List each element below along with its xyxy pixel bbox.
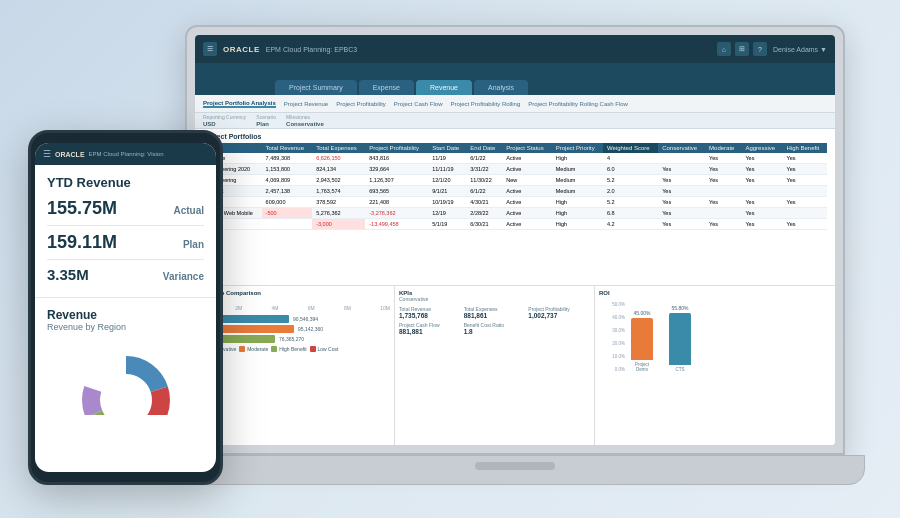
table-row[interactable]: Impact 2,457,138 1,763,574 693,565 9/1/2… [203,186,827,197]
bar-row-moderate: 95,142,360 [199,325,390,333]
col-weighted-score[interactable]: Weighted Score [603,143,658,153]
roi-bar-group-cts: 55.80% CTS [669,305,691,372]
filter-milestones[interactable]: Milestones Conservative [286,114,324,127]
legend-dot-high-benefit [271,346,277,352]
sub-nav: Project Portfolio Analysis Project Reven… [195,95,835,113]
cell-expenses: -3,000 [312,219,365,230]
tab-project-summary[interactable]: Project Summary [275,80,357,95]
kpi-subtitle: Conservative [399,296,590,302]
cell-score: 4.2 [603,219,658,230]
bar-row-conservative: 90,546,394 [199,315,390,323]
cell-revenue [262,219,313,230]
col-total-revenue[interactable]: Total Revenue [262,143,313,153]
cell-end: 2/28/22 [466,208,502,219]
subnav-profitability-rolling[interactable]: Project Profitability Rolling [451,101,521,107]
donut-chart [66,340,186,415]
cell-revenue: 1,153,800 [262,164,313,175]
revenue-heading: Revenue [47,308,204,322]
cell-end: 4/30/21 [466,197,502,208]
cell-profit: -13,499,458 [365,219,428,230]
col-high-benefit[interactable]: High Benefit [783,143,827,153]
cell-status: Active [502,197,551,208]
cell-c [658,153,705,164]
cell-c: Yes [658,197,705,208]
cell-a: Yes [741,175,782,186]
section-title: Project Portfolios [203,133,827,140]
table-row[interactable]: Engineering 2020 1,153,800 824,134 329,6… [203,164,827,175]
cell-revenue: -500 [262,208,313,219]
subnav-project-revenue[interactable]: Project Revenue [284,101,328,107]
tab-analysis[interactable]: Analysis [474,80,528,95]
tab-expense[interactable]: Expense [359,80,414,95]
cell-end: 6/1/22 [466,186,502,197]
roi-section: ROI 50.0% 40.0% 30.0% 20.0% 10.0% 0.0% [595,286,835,445]
subnav-project-profitability[interactable]: Project Profitability [336,101,386,107]
home-icon[interactable]: ⌂ [717,42,731,56]
roi-bar-pct-demo: 45.00% [634,310,651,316]
cell-score: 2.0 [603,186,658,197]
legend-dot-low-cost [310,346,316,352]
col-moderate[interactable]: Moderate [705,143,741,153]
menu-icon[interactable]: ☰ [203,42,217,56]
cell-expenses: 6,626,150 [312,153,365,164]
legend-high-benefit: High Benefit [271,346,306,352]
ytd-plan-value: 159.11M [47,232,117,253]
user-name[interactable]: Denise Adams ▼ [773,46,827,53]
phone-menu-icon[interactable]: ☰ [43,149,51,159]
cell-a: Yes [741,153,782,164]
cell-start: 9/1/21 [428,186,466,197]
help-icon[interactable]: ? [753,42,767,56]
subnav-cash-flow[interactable]: Project Cash Flow [394,101,443,107]
legend-label-low-cost: Low Cost [318,346,339,352]
col-project-profitability[interactable]: Project Profitability [365,143,428,153]
col-conservative[interactable]: Conservative [658,143,705,153]
subnav-profitability-rolling-cf[interactable]: Project Profitability Rolling Cash Flow [528,101,628,107]
cell-score: 6.0 [603,164,658,175]
cell-status: Active [502,219,551,230]
laptop-base [165,455,865,485]
grid-icon[interactable]: ⊞ [735,42,749,56]
scenario-subtitle: Revenue [199,296,390,302]
cell-profit: 329,664 [365,164,428,175]
top-nav: Project Summary Expense Revenue Analysis [195,63,835,95]
filter-currency[interactable]: Reporting Currency USD [203,114,246,127]
cell-revenue: 4,069,809 [262,175,313,186]
cell-a: Yes [741,164,782,175]
cell-score: 6.8 [603,208,658,219]
kpi-total-revenue: Total Revenue 1,735,768 [399,306,461,319]
table-row[interactable]: Engineering 4,069,809 2,943,502 1,126,30… [203,175,827,186]
cell-end: 6/30/21 [466,219,502,230]
cell-expenses: 378,592 [312,197,365,208]
phone-device: ☰ ORACLE EPM Cloud Planning: Vision YTD … [28,130,223,485]
table-row[interactable]: 609,000 378,592 221,408 10/19/19 4/30/21… [203,197,827,208]
col-status[interactable]: Project Status [502,143,551,153]
filter-scenario[interactable]: Scenario Plan [256,114,276,127]
cell-hb: Yes [783,219,827,230]
table-row[interactable]: Digital Web Mobile -500 5,276,362 -3,276… [203,208,827,219]
filter-currency-value: USD [203,121,246,127]
cell-priority: Medium [552,186,603,197]
cell-m: Yes [705,164,741,175]
cell-revenue: 609,000 [262,197,313,208]
col-total-expenses[interactable]: Total Expenses [312,143,365,153]
subnav-portfolio-analysis[interactable]: Project Portfolio Analysis [203,100,276,108]
table-row[interactable]: -3,000 -13,499,458 5/1/19 6/30/21 Active… [203,219,827,230]
table-area: Project Portfolios Total Revenue Total E… [195,129,835,285]
col-end-date[interactable]: End Date [466,143,502,153]
cell-a: Yes [741,208,782,219]
col-start-date[interactable]: Start Date [428,143,466,153]
tab-revenue[interactable]: Revenue [416,80,472,95]
table-row[interactable]: Disable 7,489,308 6,626,150 843,816 11/1… [203,153,827,164]
kpi-benefit-cost: Benefit Cost Ratio 1.8 [464,322,526,335]
cell-score: 4 [603,153,658,164]
kpi-total-expenses-value: 881,861 [464,312,526,319]
cell-status: Active [502,164,551,175]
bar-legend: Conservative Moderate High Benefit [199,346,390,352]
col-priority[interactable]: Project Priority [552,143,603,153]
col-aggressive[interactable]: Aggressive [741,143,782,153]
cell-priority: High [552,208,603,219]
cell-expenses: 5,276,362 [312,208,365,219]
cell-c: Yes [658,164,705,175]
kpi-cash-flow-value: 881,881 [399,328,461,335]
phone-oracle-logo: ORACLE [55,151,85,158]
